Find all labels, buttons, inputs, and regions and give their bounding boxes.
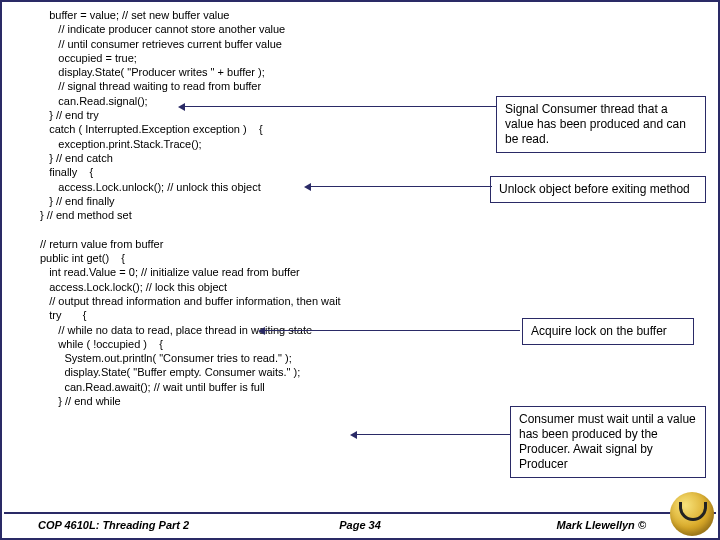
code-line: display.State( "Producer writes " + buff… bbox=[40, 65, 578, 79]
arrow-icon bbox=[184, 106, 496, 107]
footer-title: COP 4610L: Threading Part 2 bbox=[38, 519, 189, 531]
footer-author: Mark Llewellyn © bbox=[557, 519, 646, 531]
callout-consumer-wait: Consumer must wait until a value has bee… bbox=[510, 406, 706, 478]
arrow-icon bbox=[310, 186, 492, 187]
code-line: // until consumer retrieves current buff… bbox=[40, 37, 578, 51]
code-line: System.out.println( "Consumer tries to r… bbox=[40, 351, 578, 365]
code-line: } // end while bbox=[40, 394, 578, 408]
code-line: try { bbox=[40, 308, 578, 322]
code-line: // indicate producer cannot store anothe… bbox=[40, 22, 578, 36]
code-line: // return value from buffer bbox=[40, 237, 578, 251]
callout-signal-consumer: Signal Consumer thread that a value has … bbox=[496, 96, 706, 153]
callout-unlock: Unlock object before exiting method bbox=[490, 176, 706, 203]
code-line: display.State( "Buffer empty. Consumer w… bbox=[40, 365, 578, 379]
slide: buffer = value; // set new buffer value … bbox=[0, 0, 720, 540]
callout-acquire-lock: Acquire lock on the buffer bbox=[522, 318, 694, 345]
code-line: // signal thread waiting to read from bu… bbox=[40, 79, 578, 93]
code-line: // output thread information and buffer … bbox=[40, 294, 578, 308]
footer: COP 4610L: Threading Part 2 Page 34 Mark… bbox=[4, 512, 716, 536]
ucf-logo-icon bbox=[670, 492, 714, 536]
code-line: access.Lock.lock(); // lock this object bbox=[40, 280, 578, 294]
code-line: public int get() { bbox=[40, 251, 578, 265]
code-block: buffer = value; // set new buffer value … bbox=[40, 8, 578, 408]
code-line: } // end method set bbox=[40, 208, 578, 222]
code-line bbox=[40, 222, 578, 236]
arrow-icon bbox=[264, 330, 520, 331]
code-line: while ( !occupied ) { bbox=[40, 337, 578, 351]
footer-page: Page 34 bbox=[339, 519, 381, 531]
code-line: occupied = true; bbox=[40, 51, 578, 65]
code-line: can.Read.await(); // wait until buffer i… bbox=[40, 380, 578, 394]
code-line: int read.Value = 0; // initialize value … bbox=[40, 265, 578, 279]
code-line: } // end catch bbox=[40, 151, 578, 165]
arrow-icon bbox=[356, 434, 510, 435]
code-line: buffer = value; // set new buffer value bbox=[40, 8, 578, 22]
